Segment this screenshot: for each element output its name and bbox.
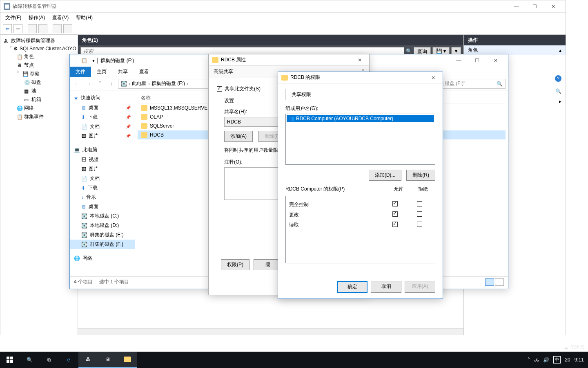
tree-networks[interactable]: 🌐网络 <box>2 104 76 112</box>
sidebar-local-c[interactable]: 💽本地磁盘 (C:) <box>70 211 135 221</box>
maximize-button[interactable]: ☐ <box>468 55 486 66</box>
tray-chevron-icon[interactable]: ˄ <box>528 357 530 363</box>
tree-pools[interactable]: ▦池 <box>2 87 76 95</box>
svg-rect-1 <box>5 4 9 9</box>
allow-read-checkbox[interactable] <box>392 222 398 227</box>
deny-change-checkbox[interactable] <box>417 211 422 217</box>
help-icon[interactable]: ? <box>555 75 561 82</box>
nav-back-icon[interactable]: ⇐ <box>3 24 12 33</box>
minimize-button[interactable]: — <box>450 55 468 66</box>
ok-button[interactable]: 确定 <box>337 281 368 293</box>
nav-forward-icon[interactable]: ⇒ <box>13 24 22 33</box>
taskbar-app-1[interactable]: 🖧 <box>78 352 98 368</box>
sidebar-downloads-2[interactable]: ⬇下载 <box>70 183 135 193</box>
sidebar-documents-2[interactable]: 📄文档 <box>70 174 135 183</box>
sidebar-music[interactable]: ♪音乐 <box>70 193 135 202</box>
menu-file[interactable]: 文件(F) <box>2 13 24 22</box>
add-button[interactable]: 添加(D)... <box>369 170 402 181</box>
network-tray-icon[interactable]: 🖧 <box>534 357 539 363</box>
close-button[interactable]: ✕ <box>354 57 366 63</box>
view-large-icon[interactable] <box>495 278 504 286</box>
tree-enclosures[interactable]: ▭机箱 <box>2 95 76 104</box>
maximize-button[interactable]: ☐ <box>526 1 544 12</box>
breadcrumb-pc[interactable]: 此电脑 <box>132 80 147 87</box>
tree-roles[interactable]: 📋角色 <box>2 52 76 61</box>
sidebar-desktop-2[interactable]: 🖥桌面 <box>70 202 135 211</box>
perms-tabs: 共享权限 <box>285 88 435 100</box>
add-button[interactable]: 添加(A) <box>224 131 253 142</box>
toolbar-icon-1[interactable] <box>28 24 37 33</box>
menu-action[interactable]: 操作(A) <box>25 13 48 22</box>
expander-icon[interactable]: ˅ <box>17 71 21 77</box>
expander-icon[interactable]: ˅ <box>9 46 12 52</box>
toolbar-icon-2[interactable] <box>38 24 47 33</box>
task-view-button[interactable]: ⧉ <box>39 352 59 368</box>
tab-share[interactable]: 共享 <box>112 67 134 77</box>
collapse-icon[interactable]: ▴ <box>559 47 561 53</box>
sidebar-this-pc[interactable]: 💻此电脑 <box>70 145 135 155</box>
nav-back-icon[interactable]: ← <box>72 79 82 89</box>
apply-button[interactable]: 应用(A) <box>405 281 435 293</box>
toolbar-icon-3[interactable] <box>53 24 62 33</box>
sidebar-pictures-2[interactable]: 🖼图片 <box>70 164 135 174</box>
search-icon[interactable]: 🔍 <box>406 48 412 54</box>
toolbar-icon-4[interactable] <box>63 24 72 33</box>
share-checkbox[interactable] <box>217 86 222 92</box>
explorer-search[interactable]: 集的磁盘 (F:)" 🔍 <box>432 79 506 89</box>
sidebar-cluster-f[interactable]: 💽群集的磁盘 (F:) <box>70 240 135 249</box>
tree-nodes[interactable]: 🖥节点 <box>2 61 76 70</box>
tab-home[interactable]: 主页 <box>91 67 112 77</box>
sidebar-quick-access[interactable]: ★快速访问 <box>70 93 135 103</box>
close-button[interactable]: ✕ <box>427 75 439 81</box>
sidebar-pictures[interactable]: 🖼图片📌 <box>70 131 135 141</box>
tab-share-permissions[interactable]: 共享权限 <box>285 89 317 100</box>
ie-button[interactable]: e <box>59 352 78 368</box>
sidebar-documents[interactable]: 📄文档📌 <box>70 122 135 131</box>
toolbar: ⇐ ⇒ <box>0 22 566 35</box>
sidebar-cluster-e[interactable]: 💽群集的磁盘 (E:) <box>70 230 135 240</box>
tree-cluster[interactable]: ˅⚙SQLServer-Cluster.AOYO <box>2 45 76 52</box>
ime-indicator[interactable]: 中 <box>553 356 561 364</box>
user-entry[interactable]: 👥 RDCB Computer (AOYOU\RDCB Computer) <box>287 115 434 122</box>
cancel-button[interactable]: 取消 <box>371 281 401 293</box>
tray-time[interactable]: 9:11 <box>575 357 584 363</box>
volume-tray-icon[interactable]: 🔊 <box>543 357 549 363</box>
deny-full-checkbox[interactable] <box>417 201 422 206</box>
pc-icon: 💻 <box>74 147 80 153</box>
nav-recent-icon[interactable]: ˅ <box>95 79 105 89</box>
nav-forward-icon[interactable]: → <box>84 79 94 89</box>
allow-full-checkbox[interactable] <box>392 201 398 206</box>
search-button[interactable]: 🔍 <box>20 352 39 368</box>
breadcrumb-drive[interactable]: 群集的磁盘 (F:) <box>151 80 185 87</box>
tab-view[interactable]: 查看 <box>134 67 155 77</box>
view-details-icon[interactable] <box>485 278 494 286</box>
nav-up-icon[interactable]: ↑ <box>107 79 116 89</box>
start-button[interactable] <box>0 352 20 368</box>
tab-file[interactable]: 文件 <box>70 67 91 77</box>
sidebar-local-d[interactable]: 💽本地磁盘 (D:) <box>70 221 135 230</box>
sidebar-downloads[interactable]: ⬇下载📌 <box>70 112 135 122</box>
close-button[interactable]: ✕ <box>544 1 562 12</box>
sidebar-videos[interactable]: 🎞视频 <box>70 155 135 164</box>
quick-access-icon[interactable]: 📋 <box>81 58 87 63</box>
tree-root[interactable]: 🖧故障转移群集管理器 <box>2 36 76 45</box>
menu-help[interactable]: 帮助(H) <box>73 13 96 22</box>
tree-storage[interactable]: ˅💾存储 <box>2 70 76 78</box>
tree-events[interactable]: 📋群集事件 <box>2 112 76 121</box>
menu-view[interactable]: 查看(V) <box>49 13 72 22</box>
taskbar-app-2[interactable]: 🖥 <box>98 352 118 368</box>
minimize-button[interactable]: — <box>507 1 526 12</box>
sidebar-desktop[interactable]: 🖥桌面📌 <box>70 103 135 112</box>
sidebar-network[interactable]: 🌐网络 <box>70 253 135 263</box>
tray-extra: 20 <box>565 357 570 363</box>
permissions-button[interactable]: 权限(P) <box>221 259 249 270</box>
horizontal-scrollbar[interactable] <box>78 328 463 335</box>
taskbar-explorer[interactable] <box>118 352 137 368</box>
deny-read-checkbox[interactable] <box>417 222 422 227</box>
tree-disks[interactable]: 💿磁盘 <box>2 78 76 87</box>
network-icon: 🌐 <box>74 256 80 261</box>
remove-button[interactable]: 删除(R) <box>406 170 435 181</box>
close-button[interactable]: ✕ <box>486 55 505 66</box>
allow-change-checkbox[interactable] <box>392 211 398 217</box>
users-list[interactable]: 👥 RDCB Computer (AOYOU\RDCB Computer) <box>285 114 435 165</box>
